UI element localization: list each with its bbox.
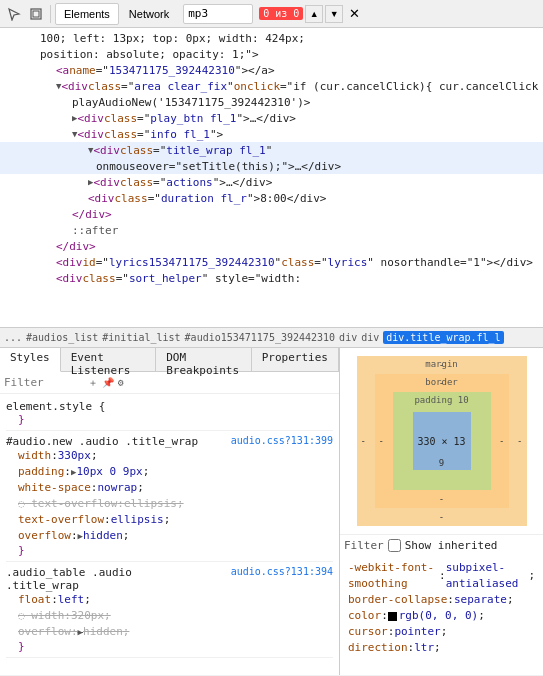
dom-line[interactable]: </div> xyxy=(0,238,543,254)
dom-line[interactable]: ▶ <div class="actions">…</div> xyxy=(0,174,543,190)
tab-styles[interactable]: Styles xyxy=(0,348,61,372)
nav-up-button[interactable]: ▲ xyxy=(305,5,323,23)
rule-selector[interactable]: element.style { xyxy=(6,400,333,413)
margin-left[interactable]: - xyxy=(361,436,366,446)
rule-close: } xyxy=(18,640,333,653)
settings-icon[interactable]: ⚙ xyxy=(118,377,124,388)
css-colon: : xyxy=(381,608,388,624)
css-semi: ; xyxy=(137,480,144,496)
rule-source-3[interactable]: audio.css?131:394 xyxy=(231,566,333,592)
tab-dom-breakpoints[interactable]: DOM Breakpoints xyxy=(156,348,252,371)
dom-text: =" xyxy=(96,256,109,269)
dom-line[interactable]: position: absolute; opacity: 1;"> xyxy=(0,46,543,62)
color-swatch xyxy=(388,612,397,621)
dom-line[interactable]: ▼ <div class="area clear_fix" onclick="i… xyxy=(0,78,543,94)
dom-text: =" xyxy=(153,144,166,157)
dom-line[interactable]: ▼ <div class="info fl_1"> xyxy=(0,126,543,142)
dom-text: class xyxy=(120,144,153,157)
margin-right[interactable]: - xyxy=(517,436,522,446)
tab-event-listeners[interactable]: Event Listeners xyxy=(61,348,157,371)
css-prop: float xyxy=(18,592,51,608)
style-rule-3: .audio_table .audio.title_wrap audio.css… xyxy=(0,564,339,660)
inspect-icon[interactable] xyxy=(26,4,46,24)
dom-text: <div xyxy=(56,256,83,269)
css-prop: -webkit-font-smoothing xyxy=(348,560,439,592)
tab-properties[interactable]: Properties xyxy=(252,348,339,371)
divider xyxy=(50,5,51,23)
dom-text: <div xyxy=(93,176,120,189)
dom-line[interactable]: <a name="153471175_392442310"></a> xyxy=(0,62,543,78)
dom-line[interactable]: ▶ <div class="play_btn fl_1">…</div> xyxy=(0,110,543,126)
dom-text: <div xyxy=(88,192,115,205)
css-colon: : xyxy=(439,568,446,584)
bc-ellipsis[interactable]: ... xyxy=(4,332,22,343)
rule-selector-3[interactable]: .audio_table .audio.title_wrap xyxy=(6,566,132,592)
css-line-inherited: cursor: pointer; xyxy=(348,624,535,640)
margin-top[interactable]: - xyxy=(439,360,444,370)
border-bottom[interactable]: - xyxy=(439,494,444,504)
dom-line[interactable]: playAudioNew('153471175_392442310')> xyxy=(0,94,543,110)
css-semi: ; xyxy=(478,608,485,624)
bc-div2[interactable]: div xyxy=(361,332,379,343)
dom-text: class xyxy=(83,272,116,285)
css-semi: ; xyxy=(123,528,130,544)
dom-text: =" xyxy=(137,128,150,141)
panel-tabs: Styles Event Listeners DOM Breakpoints P… xyxy=(0,348,339,372)
border-right[interactable]: - xyxy=(499,436,504,446)
dom-line[interactable]: onmouseover="setTitle(this);">…</div> xyxy=(0,158,543,174)
bc-audios-list[interactable]: #audios_list xyxy=(26,332,98,343)
border-top[interactable]: - xyxy=(439,378,444,388)
border-left[interactable]: - xyxy=(379,436,384,446)
toolbar: Elements Network 0 из 0 ▲ ▼ ✕ xyxy=(0,0,543,28)
content-size[interactable]: 330 × 13 xyxy=(417,436,465,447)
css-line-inherited: border-collapse: separate; xyxy=(348,592,535,608)
css-val: 10px 0 9px xyxy=(76,464,142,480)
cursor-icon[interactable] xyxy=(4,4,24,24)
search-input[interactable] xyxy=(188,7,248,20)
margin-bottom[interactable]: - xyxy=(439,512,444,522)
bc-div1[interactable]: div xyxy=(339,332,357,343)
css-val: subpixel-antialiased xyxy=(446,560,529,592)
dom-line[interactable]: <div class="sort_helper" style="width: xyxy=(0,270,543,286)
dom-line[interactable]: </div> xyxy=(0,206,543,222)
css-colon: : xyxy=(447,592,454,608)
filter-label-right: Filter xyxy=(344,539,384,552)
dom-text: " xyxy=(266,144,273,157)
dom-text: " style="width: xyxy=(202,272,301,285)
dom-line[interactable]: <div id="lyrics153471175_392442310" clas… xyxy=(0,254,543,270)
plus-icon[interactable]: ＋ xyxy=(88,376,98,390)
bc-title-wrap[interactable]: div.title_wrap.fl_l xyxy=(383,331,503,344)
pin-icon[interactable]: 📌 xyxy=(102,377,114,388)
css-prop: border-collapse xyxy=(348,592,447,608)
css-semi: ; xyxy=(91,448,98,464)
css-line: white-space: nowrap; xyxy=(18,480,333,496)
dom-line[interactable]: ::after xyxy=(0,222,543,238)
css-semi: ; xyxy=(84,592,91,608)
dom-line[interactable]: <div class="duration fl_r">8:00</div> xyxy=(0,190,543,206)
dom-text: class xyxy=(104,112,137,125)
css-semi: ; xyxy=(177,496,184,512)
style-rule-2: #audio.new .audio .title_wrap audio.css?… xyxy=(0,433,339,564)
tab-network[interactable]: Network xyxy=(121,3,177,25)
bc-audio-id[interactable]: #audio153471175_392442310 xyxy=(185,332,336,343)
nav-down-button[interactable]: ▼ xyxy=(325,5,343,23)
css-prop: text-overflow xyxy=(18,512,104,528)
css-semi: ; xyxy=(164,512,171,528)
box-pane: margin - - - - border - - - - padding 10 xyxy=(340,348,543,675)
show-inherited-checkbox[interactable] xyxy=(388,539,401,552)
tab-elements[interactable]: Elements xyxy=(55,3,119,25)
dom-text: actions xyxy=(166,176,212,189)
dom-line[interactable]: ▼ <div class="title_wrap fl_1" xyxy=(0,142,543,158)
rule-selector-2[interactable]: #audio.new .audio .title_wrap xyxy=(6,435,198,448)
css-prop: overflow xyxy=(18,624,71,640)
rule-source-2[interactable]: audio.css?131:399 xyxy=(231,435,333,448)
styles-filter-input[interactable] xyxy=(4,376,84,389)
dom-text: =" xyxy=(116,272,129,285)
css-prop: overflow xyxy=(18,528,71,544)
bc-initial-list[interactable]: #initial_list xyxy=(102,332,180,343)
padding-bottom[interactable]: 9 xyxy=(439,458,444,468)
dom-line[interactable]: 100; left: 13px; top: 0px; width: 424px; xyxy=(0,30,543,46)
close-button[interactable]: ✕ xyxy=(345,5,363,23)
css-line: padding: ▶10px 0 9px; xyxy=(18,464,333,480)
box-model: margin - - - - border - - - - padding 10 xyxy=(357,356,527,526)
